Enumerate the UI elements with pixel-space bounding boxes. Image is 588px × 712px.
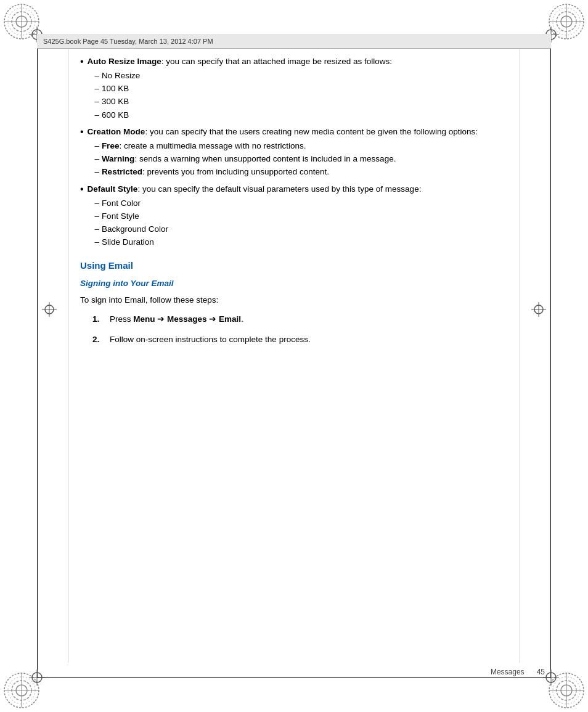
bullet-section-default-style: • Default Style: you can specify the def… <box>80 183 508 250</box>
sub-list-default-style: Font Color Font Style Background Color S… <box>95 197 508 249</box>
bullet-section-auto-resize: • Auto Resize Image: you can specify tha… <box>80 55 508 122</box>
header-text: S425G.book Page 45 Tuesday, March 13, 20… <box>43 38 213 45</box>
label-auto-resize-suffix: : you can specify that an attached image… <box>161 57 392 66</box>
label-default-style: Default Style <box>88 184 138 194</box>
bullet-item-auto-resize: • Auto Resize Image: you can specify tha… <box>80 55 508 122</box>
footer: Messages 45 <box>37 668 551 676</box>
sub-item-font-color: Font Color <box>95 197 508 210</box>
footer-label: Messages <box>491 668 525 676</box>
step-1-messages: Messages <box>167 314 207 324</box>
step-1: 1. Press Menu ➔ Messages ➔ Email. <box>92 313 508 326</box>
sub-item-600kb: 600 KB <box>95 109 508 121</box>
margin-line-left <box>68 49 68 663</box>
step-2-num: 2. <box>92 333 110 346</box>
sub-list-creation-mode: Free: create a multimedia message with n… <box>95 140 508 179</box>
bullet-item-default-style: • Default Style: you can specify the def… <box>80 183 508 250</box>
step-1-num: 1. <box>92 313 110 326</box>
step-1-menu: Menu <box>133 314 155 324</box>
sub-item-warning: Warning: sends a warning when unsupporte… <box>95 153 508 165</box>
label-free: Free <box>102 141 120 150</box>
margin-crosshair-left <box>42 302 57 317</box>
sub-item-free: Free: create a multimedia message with n… <box>95 140 508 152</box>
page-border-bottom <box>37 677 551 678</box>
sub-item-300kb: 300 KB <box>95 96 508 108</box>
main-content: • Auto Resize Image: you can specify tha… <box>80 55 508 663</box>
bullet-item-creation-mode: • Creation Mode: you can specify that th… <box>80 126 508 179</box>
page-border-left <box>37 34 38 678</box>
sub-list-auto-resize: No Resize 100 KB 300 KB 600 KB <box>95 70 508 121</box>
bullet-dot-1: • <box>80 55 84 68</box>
margin-crosshair-right <box>531 302 546 317</box>
label-default-style-suffix: : you can specify the default visual par… <box>137 184 421 194</box>
bullet-section-creation-mode: • Creation Mode: you can specify that th… <box>80 126 508 179</box>
label-creation-mode: Creation Mode <box>88 127 145 136</box>
label-auto-resize: Auto Resize Image <box>88 57 161 66</box>
bullet-dot-2: • <box>80 126 84 139</box>
section-heading-using-email: Using Email <box>80 258 508 272</box>
sub-item-100kb: 100 KB <box>95 83 508 95</box>
bullet-text-creation-mode: Creation Mode: you can specify that the … <box>88 126 508 179</box>
footer-page-num: 45 <box>537 668 545 676</box>
bullet-text-auto-resize: Auto Resize Image: you can specify that … <box>88 55 508 122</box>
margin-line-right <box>520 49 520 663</box>
sub-item-bg-color: Background Color <box>95 223 508 235</box>
subsection-heading-signing-in: Signing into Your Email <box>80 277 508 290</box>
label-restricted: Restricted <box>102 167 142 176</box>
bullet-text-default-style: Default Style: you can specify the defau… <box>88 183 508 250</box>
intro-text: To sign into Email, follow these steps: <box>80 294 508 307</box>
step-2-text: Follow on-screen instructions to complet… <box>110 333 508 346</box>
sub-item-restricted: Restricted: prevents you from including … <box>95 166 508 178</box>
step-2: 2. Follow on-screen instructions to comp… <box>92 333 508 346</box>
page-border-right <box>550 34 551 678</box>
sub-item-no-resize: No Resize <box>95 70 508 82</box>
bullet-dot-3: • <box>80 183 84 196</box>
label-warning: Warning <box>102 154 135 163</box>
step-1-text: Press Menu ➔ Messages ➔ Email. <box>110 313 508 326</box>
sub-item-font-style: Font Style <box>95 210 508 223</box>
step-1-email: Email <box>219 314 241 324</box>
label-creation-mode-suffix: : you can specify that the users creatin… <box>145 127 478 136</box>
sub-item-slide-duration: Slide Duration <box>95 236 508 248</box>
header-bar: S425G.book Page 45 Tuesday, March 13, 20… <box>37 34 551 49</box>
